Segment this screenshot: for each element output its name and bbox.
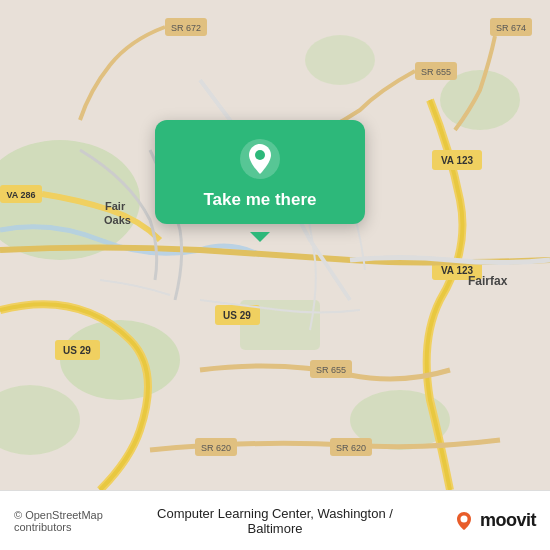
svg-text:Fairfax: Fairfax: [468, 274, 508, 288]
svg-point-34: [255, 150, 265, 160]
svg-text:SR 620: SR 620: [201, 443, 231, 453]
svg-text:VA 123: VA 123: [441, 155, 474, 166]
svg-point-35: [460, 515, 467, 522]
take-me-there-popup[interactable]: Take me there: [155, 120, 365, 224]
moovit-pin-icon: [453, 510, 475, 532]
map-container: US 29 US 29 VA 123 VA 123 SR 655 SR 655 …: [0, 0, 550, 490]
location-name: Computer Learning Center, Washington / B…: [150, 506, 401, 536]
svg-point-7: [305, 35, 375, 85]
svg-text:SR 655: SR 655: [421, 67, 451, 77]
location-pin-icon: [239, 138, 281, 180]
svg-text:US 29: US 29: [63, 345, 91, 356]
svg-text:SR 620: SR 620: [336, 443, 366, 453]
moovit-logo: moovit: [411, 510, 537, 532]
svg-text:SR 674: SR 674: [496, 23, 526, 33]
moovit-brand-text: moovit: [480, 510, 536, 531]
svg-text:VA 286: VA 286: [6, 190, 35, 200]
map-background: US 29 US 29 VA 123 VA 123 SR 655 SR 655 …: [0, 0, 550, 490]
svg-text:SR 672: SR 672: [171, 23, 201, 33]
svg-text:Oaks: Oaks: [104, 214, 131, 226]
copyright-text: © OpenStreetMap contributors: [14, 509, 140, 533]
svg-text:Fair: Fair: [105, 200, 126, 212]
popup-label: Take me there: [203, 190, 316, 210]
svg-text:US 29: US 29: [223, 310, 251, 321]
svg-text:SR 655: SR 655: [316, 365, 346, 375]
bottom-bar: © OpenStreetMap contributors Computer Le…: [0, 490, 550, 550]
